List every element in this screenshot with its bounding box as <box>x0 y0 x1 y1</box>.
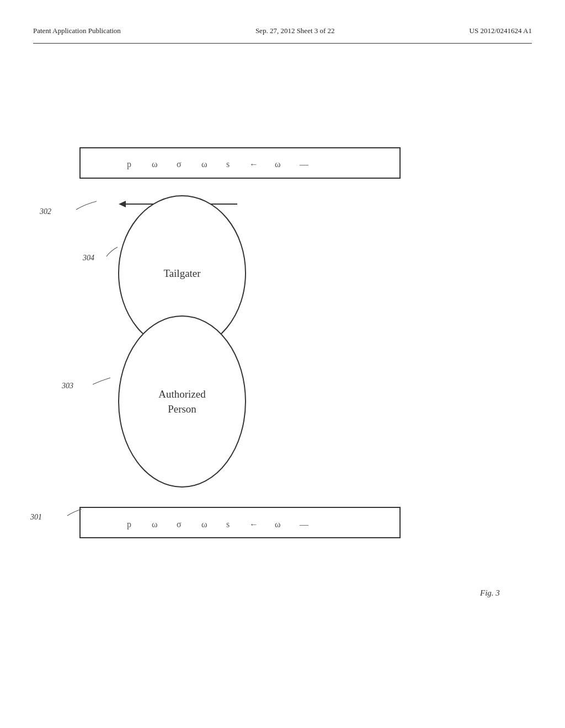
top-bar-symbol-4: ω <box>201 159 207 169</box>
ref-304-line <box>106 247 118 256</box>
top-bar-symbol-8: — <box>299 159 309 169</box>
ref-303-label: 303 <box>61 382 73 390</box>
bot-bar-symbol-8: — <box>299 520 309 529</box>
top-bar-symbol-3: σ <box>177 159 182 169</box>
ref-301-label: 301 <box>30 513 42 521</box>
bot-bar-symbol-4: ω <box>201 520 207 529</box>
bot-bar-symbol-6: ← <box>249 520 258 529</box>
bot-bar-symbol-1: p <box>127 520 131 529</box>
top-bar-symbol-7: ω <box>275 159 281 169</box>
page-header: Patent Application Publication Sep. 27, … <box>33 26 532 35</box>
bot-bar-symbol-5: s <box>226 520 230 529</box>
tailgater-ellipse <box>119 196 246 350</box>
ref-302-label: 302 <box>39 207 51 216</box>
top-bar-symbol-5: s <box>226 159 230 169</box>
header-divider <box>33 43 532 44</box>
header-right: US 2012/0241624 A1 <box>470 26 532 35</box>
fig-label: Fig. 3 <box>479 588 500 597</box>
bot-bar-symbol-3: σ <box>177 520 182 529</box>
authorized-ellipse <box>119 316 246 487</box>
diagram-svg: p ω σ ω s ← ω — Tailgater Authorized Per… <box>0 55 565 706</box>
top-bar-rect <box>80 148 400 178</box>
authorized-label-line2: Person <box>168 403 196 415</box>
bot-bar-symbol-2: ω <box>152 520 158 529</box>
ref-304-label: 304 <box>82 254 94 262</box>
arrow-head <box>119 201 126 207</box>
header-left: Patent Application Publication <box>33 26 121 35</box>
ref-303-line <box>93 378 110 384</box>
top-bar-symbol-2: ω <box>152 159 158 169</box>
bot-bar-symbol-7: ω <box>275 520 281 529</box>
header-center: Sep. 27, 2012 Sheet 3 of 22 <box>255 26 335 35</box>
top-bar-symbol-6: ← <box>249 159 258 169</box>
top-bar-symbol-1: p <box>127 159 131 169</box>
bottom-bar-rect <box>80 507 400 538</box>
ref-302-line <box>76 201 97 210</box>
ref-301-line <box>67 509 82 516</box>
tailgater-label: Tailgater <box>163 267 201 279</box>
authorized-label-line1: Authorized <box>158 388 206 400</box>
